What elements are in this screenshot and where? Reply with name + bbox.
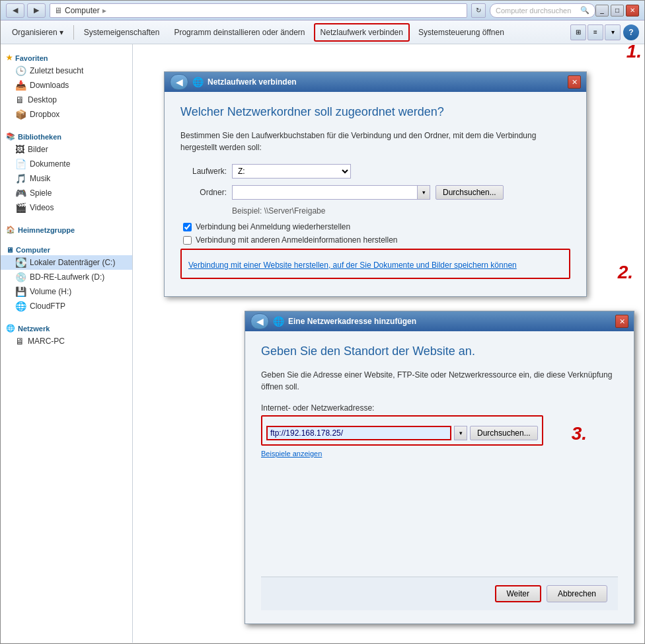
sidebar-item-local-drive-c[interactable]: 💽 Lokaler Datenträger (C:) bbox=[1, 255, 132, 270]
dialog1-example: Beispiel: \\Server\Freigabe bbox=[232, 206, 570, 216]
dialog1-close-button[interactable]: ✕ bbox=[568, 75, 581, 89]
map-drive-dialog: ◀ 🌐 Netzlaufwerk verbinden ✕ Welcher Net… bbox=[164, 71, 587, 297]
sidebar-item-cloudftp[interactable]: 🌐 CloudFTP bbox=[1, 299, 132, 313]
computer-sidebar-icon: 🖥 bbox=[6, 246, 13, 254]
sidebar-item-desktop[interactable]: 🖥 Desktop bbox=[1, 93, 132, 107]
address-path: Computer bbox=[65, 6, 100, 15]
sidebar-item-bilder[interactable]: 🖼 Bilder bbox=[1, 142, 132, 157]
folder-row: Ordner: ▾ Durchsuchen... bbox=[180, 185, 570, 200]
computer-title: Computer bbox=[16, 246, 50, 254]
checkbox1-row: Verbindung bei Anmeldung wiederherstelle… bbox=[183, 222, 570, 231]
dialog1-content: Welcher Netzwerkordner soll zugeordnet w… bbox=[165, 92, 586, 296]
maximize-button[interactable]: □ bbox=[611, 5, 624, 17]
libraries-title: Bibliotheken bbox=[18, 133, 61, 141]
libraries-section: 📚 Bibliotheken bbox=[1, 128, 132, 142]
view-btn-2[interactable]: ≡ bbox=[588, 24, 603, 40]
dialog2-back-button[interactable]: ◀ bbox=[250, 313, 269, 329]
step1-annotation: 1. bbox=[626, 41, 642, 62]
internet-address-input[interactable] bbox=[266, 426, 451, 440]
dialog2-titlebar-left: ◀ 🌐 Eine Netzwerkadresse hinzufügen bbox=[250, 313, 416, 329]
other-credentials-checkbox[interactable] bbox=[183, 236, 192, 245]
refresh-button[interactable]: ↻ bbox=[471, 3, 486, 18]
website-link-box: Verbindung mit einer Website herstellen,… bbox=[180, 249, 570, 279]
sidebar-item-label: Musik bbox=[30, 174, 50, 183]
dialog2-heading: Geben Sie den Standort der Website an. bbox=[261, 344, 618, 358]
open-control-panel-button[interactable]: Systemsteuerung öffnen bbox=[412, 23, 510, 42]
sidebar-item-downloads[interactable]: 📥 Downloads bbox=[1, 78, 132, 93]
weiter-button[interactable]: Weiter bbox=[495, 585, 541, 602]
title-bar: ◀ ▶ 🖥 Computer ▸ ↻ Computer durchsuchen … bbox=[1, 1, 644, 20]
map-drive-button[interactable]: Netzlaufwerk verbinden bbox=[314, 23, 410, 42]
sidebar-item-dropbox[interactable]: 📦 Dropbox bbox=[1, 107, 132, 122]
sidebar-item-label: Zuletzt besucht bbox=[30, 66, 83, 75]
abbrechen-button[interactable]: Abbrechen bbox=[547, 585, 607, 602]
view-btn-1[interactable]: ⊞ bbox=[570, 24, 586, 40]
back-button[interactable]: ◀ bbox=[6, 3, 24, 18]
network-icon2: 🌐 bbox=[273, 316, 284, 327]
dialog2-spacer bbox=[261, 458, 618, 577]
address-bar[interactable]: 🖥 Computer ▸ bbox=[50, 3, 467, 18]
desktop-icon: 🖥 bbox=[15, 95, 24, 105]
sidebar-item-recently-visited[interactable]: 🕒 Zuletzt besucht bbox=[1, 63, 132, 78]
folder-input-combo: ▾ bbox=[232, 185, 430, 200]
organize-arrow: ▾ bbox=[59, 28, 63, 37]
minimize-button[interactable]: _ bbox=[595, 5, 609, 17]
sidebar-item-marc-pc[interactable]: 🖥 MARC-PC bbox=[1, 334, 132, 348]
help-button[interactable]: ? bbox=[623, 24, 639, 40]
games-icon: 🎮 bbox=[15, 188, 26, 198]
search-placeholder: Computer durchsuchen bbox=[496, 7, 571, 15]
music-icon: 🎵 bbox=[15, 173, 26, 184]
sidebar-item-label: Bilder bbox=[28, 145, 48, 154]
documents-icon: 📄 bbox=[15, 159, 26, 169]
folder-input[interactable] bbox=[232, 185, 417, 200]
sidebar-item-videos[interactable]: 🎬 Videos bbox=[1, 200, 132, 215]
drive-row: Laufwerk: Z: bbox=[180, 164, 570, 179]
other-credentials-label: Verbindung mit anderen Anmeldeinformatio… bbox=[196, 235, 398, 245]
folder-combo-arrow[interactable]: ▾ bbox=[417, 185, 430, 200]
search-bar[interactable]: Computer durchsuchen 🔍 bbox=[490, 3, 595, 18]
sidebar-item-label: Spiele bbox=[30, 188, 52, 198]
favorites-title: Favoriten bbox=[15, 54, 48, 62]
sidebar: ★ Favoriten 🕒 Zuletzt besucht 📥 Download… bbox=[1, 44, 133, 643]
reconnect-checkbox[interactable] bbox=[183, 223, 192, 231]
sidebar-item-spiele[interactable]: 🎮 Spiele bbox=[1, 186, 132, 200]
examples-link[interactable]: Beispiele anzeigen bbox=[261, 450, 618, 458]
internet-input-group: ▾ Durchsuchen... bbox=[261, 415, 543, 446]
close-button[interactable]: ✕ bbox=[626, 5, 639, 17]
sidebar-item-musik[interactable]: 🎵 Musik bbox=[1, 171, 132, 186]
uninstall-button[interactable]: Programm deinstallieren oder ändern bbox=[168, 23, 311, 42]
dialog2-close-button[interactable]: ✕ bbox=[615, 315, 628, 328]
organize-button[interactable]: Organisieren ▾ bbox=[6, 23, 69, 42]
dialog2-footer: Weiter Abbrechen bbox=[261, 577, 618, 610]
homegroup-section: 🏠 Heimnetzgruppe bbox=[1, 221, 132, 235]
step3-annotation: 3. bbox=[572, 423, 587, 444]
open-control-panel-label: Systemsteuerung öffnen bbox=[418, 28, 504, 37]
images-icon: 🖼 bbox=[15, 144, 24, 155]
system-properties-button[interactable]: Systemeigenschaften bbox=[78, 23, 166, 42]
drive-c-icon: 💽 bbox=[15, 257, 26, 268]
website-link[interactable]: Verbindung mit einer Website herstellen,… bbox=[188, 259, 562, 271]
videos-icon: 🎬 bbox=[15, 202, 26, 213]
sidebar-item-volume-h[interactable]: 💾 Volume (H:) bbox=[1, 284, 132, 299]
sidebar-item-label: Dokumente bbox=[30, 159, 70, 169]
window-controls: _ □ ✕ bbox=[595, 5, 639, 17]
drive-select[interactable]: Z: bbox=[232, 164, 351, 179]
dialog1-desc: Bestimmen Sie den Laufwerkbuchstaben für… bbox=[180, 130, 570, 153]
favorites-section: ★ Favoriten bbox=[1, 50, 132, 63]
view-btn-arrow[interactable]: ▾ bbox=[605, 24, 621, 40]
sidebar-item-bd-re-d[interactable]: 💿 BD-RE-Laufwerk (D:) bbox=[1, 270, 132, 284]
internet-combo-arrow[interactable]: ▾ bbox=[454, 426, 467, 440]
cloudftp-icon: 🌐 bbox=[15, 301, 26, 311]
homegroup-title: Heimnetzgruppe bbox=[18, 226, 75, 234]
sidebar-item-label: Lokaler Datenträger (C:) bbox=[30, 258, 115, 267]
sidebar-item-label: Desktop bbox=[28, 95, 57, 104]
sidebar-item-label: Dropbox bbox=[30, 110, 59, 119]
internet-address-section: Internet- oder Netzwerkadresse: ▾ Durchs… bbox=[261, 403, 618, 458]
dialog1-titlebar: ◀ 🌐 Netzlaufwerk verbinden ✕ bbox=[165, 72, 586, 92]
sidebar-item-dokumente[interactable]: 📄 Dokumente bbox=[1, 157, 132, 171]
dialog1-back-button[interactable]: ◀ bbox=[170, 74, 188, 90]
internet-browse-button[interactable]: Durchsuchen... bbox=[470, 426, 538, 440]
forward-button[interactable]: ▶ bbox=[27, 3, 46, 18]
clock-icon: 🕒 bbox=[15, 65, 26, 76]
folder-browse-button[interactable]: Durchsuchen... bbox=[436, 185, 504, 200]
